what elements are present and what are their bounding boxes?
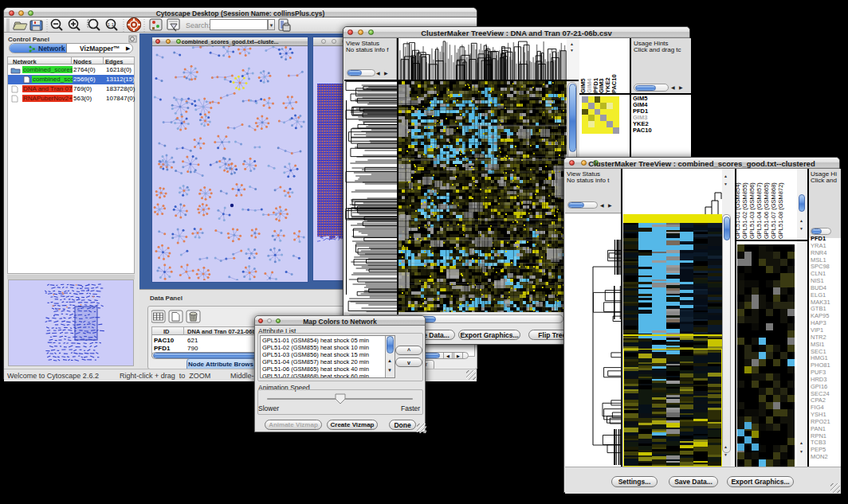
svg-text:1:1: 1:1 <box>108 22 115 27</box>
